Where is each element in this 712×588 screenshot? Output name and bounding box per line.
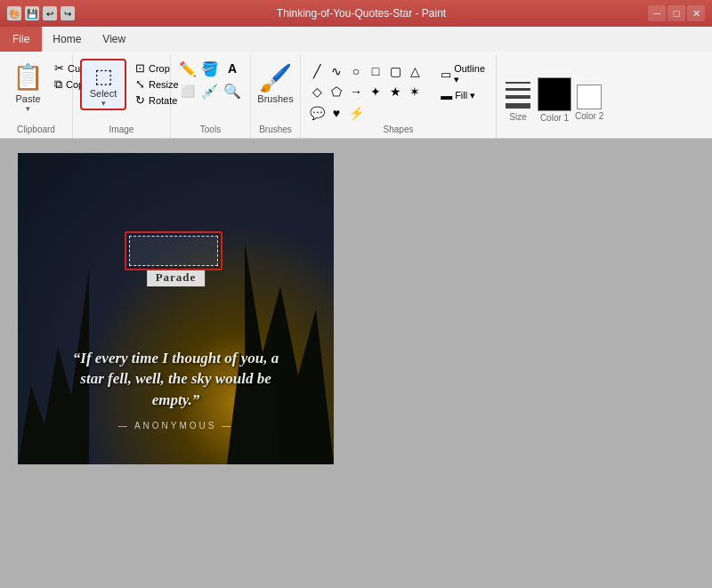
quote-text: “If every time I thought of you, a star … [61,348,292,411]
brushes-icon[interactable]: 🖌️ [259,62,292,93]
tools-label: Tools [178,123,243,134]
maximize-button[interactable]: □ [668,5,685,21]
size-label: Size [509,112,526,122]
size-section: Size [502,71,534,122]
rounded-rect-shape[interactable]: ▢ [386,62,404,80]
minimize-button[interactable]: ─ [648,5,666,21]
callout-shape[interactable]: 💬 [308,104,326,122]
shapes-group: ╱ ∿ ○ □ ▢ △ ◇ ⬠ → ✦ ★ ✶ 💬 ♥ ⚡ ▭ Outline … [301,55,497,138]
brushes-content: 🖌️ Brushes [257,55,293,123]
outline-fill-buttons: ▭ Outline ▾ ▬ Fill ▾ [433,59,489,123]
select-arrow: ▾ [101,99,106,108]
clipboard-group: 📋 Paste ▾ ✂ Cut ⧉ Copy Clipboard [0,55,73,138]
size-line-4[interactable] [506,103,530,109]
lightning-shape[interactable]: ⚡ [347,104,365,122]
color1-box[interactable] [538,77,571,111]
view-menu[interactable]: View [92,27,136,52]
file-menu[interactable]: File [0,27,42,52]
title-bar-icons: 🎨 💾 ↩ ↪ [7,6,75,20]
fill-button[interactable]: ▬ Fill ▾ [437,88,489,103]
paint-canvas[interactable]: Parade “If every time I thought of you, … [18,153,334,464]
window-title: Thinking-of-You-Quotes-Star - Paint [82,7,641,20]
outline-icon: ▭ [441,68,451,81]
crop-icon: ⊡ [135,61,145,75]
color2-section: Color 2 [575,72,603,121]
canvas-area: Parade “If every time I thought of you, … [0,139,712,588]
close-button[interactable]: ✕ [687,5,705,21]
copy-icon: ⧉ [54,77,62,92]
brushes-group-label: Brushes [258,123,293,134]
color2-label: Color 2 [575,111,603,121]
heart-shape[interactable]: ♥ [328,104,345,122]
rotate-icon: ↻ [135,93,145,107]
image-label: Image [80,123,163,134]
fill-tool[interactable]: 🪣 [200,59,220,78]
oval-shape[interactable]: ○ [347,62,365,80]
app-icon: 🎨 [7,6,21,20]
text-tool[interactable]: A [222,59,242,78]
color2-box[interactable] [577,85,602,109]
size-line-3[interactable] [506,95,530,99]
rect-shape[interactable]: □ [367,62,384,80]
brushes-group: 🖌️ Brushes Brushes [251,55,301,138]
image-group: ⬚ Select ▾ ⊡ Crop ⤡ Resize ↻ Rotate Imag [73,55,171,138]
line-shape[interactable]: ╱ [308,62,326,80]
eyedropper-tool[interactable]: 💉 [200,81,220,101]
selection-rectangle[interactable] [125,231,222,270]
menu-bar: File Home View [0,27,712,52]
size-lines [502,71,534,112]
magnify-tool[interactable]: 🔍 [222,81,242,101]
shapes-icons: ╱ ∿ ○ □ ▢ △ ◇ ⬠ → ✦ ★ ✶ 💬 ♥ ⚡ [308,59,433,123]
cut-icon: ✂ [54,61,64,75]
star5-shape[interactable]: ★ [386,83,404,101]
star4-shape[interactable]: ✦ [367,83,384,101]
paste-button[interactable]: 📋 Paste ▾ [7,59,49,117]
star6-shape[interactable]: ✶ [406,83,424,101]
paste-icon: 📋 [12,62,44,92]
size-line-2[interactable] [506,88,530,91]
shapes-content: ╱ ∿ ○ □ ▢ △ ◇ ⬠ → ✦ ★ ✶ 💬 ♥ ⚡ ▭ Outline … [308,55,489,123]
tools-group: ✏️ 🪣 A ⬜ 💉 🔍 Tools [171,55,251,138]
undo-icon[interactable]: ↩ [43,6,57,20]
image-buttons: ⬚ Select ▾ ⊡ Crop ⤡ Resize ↻ Rotate [80,55,182,123]
selection-inner [129,236,218,266]
save-icon[interactable]: 💾 [25,6,39,20]
fill-icon: ▬ [441,89,452,102]
parade-label: Parade [147,269,206,286]
outline-button[interactable]: ▭ Outline ▾ [437,62,489,86]
select-button[interactable]: ⬚ Select ▾ [80,59,126,110]
shapes-label: Shapes [308,123,489,134]
eraser-tool[interactable]: ⬜ [178,81,198,101]
quote-author: — ANONYMOUS — [118,421,234,431]
triangle-shape[interactable]: △ [406,62,424,80]
tools-icons: ✏️ 🪣 A ⬜ 💉 🔍 [178,55,243,101]
clipboard-label: Clipboard [7,123,65,134]
ribbon: 📋 Paste ▾ ✂ Cut ⧉ Copy Clipboard ⬚ [0,52,712,139]
home-menu[interactable]: Home [42,27,92,52]
arrow-shape[interactable]: → [347,83,365,101]
size-color-group: Size Color 1 Color 2 [497,55,609,138]
diamond-shape[interactable]: ◇ [308,83,326,101]
color1-label: Color 1 [540,113,569,123]
curve-shape[interactable]: ∿ [328,62,345,80]
window-controls: ─ □ ✕ [648,5,705,21]
paste-arrow: ▾ [26,104,30,113]
size-line-1[interactable] [506,82,530,84]
redo-icon[interactable]: ↪ [61,6,75,20]
resize-icon: ⤡ [135,77,145,91]
select-icon: ⬚ [94,65,113,88]
title-bar: 🎨 💾 ↩ ↪ Thinking-of-You-Quotes-Star - Pa… [0,0,712,27]
pentagon-shape[interactable]: ⬠ [328,83,345,101]
color1-section: Color 1 [538,70,571,123]
pencil-tool[interactable]: ✏️ [178,59,198,78]
